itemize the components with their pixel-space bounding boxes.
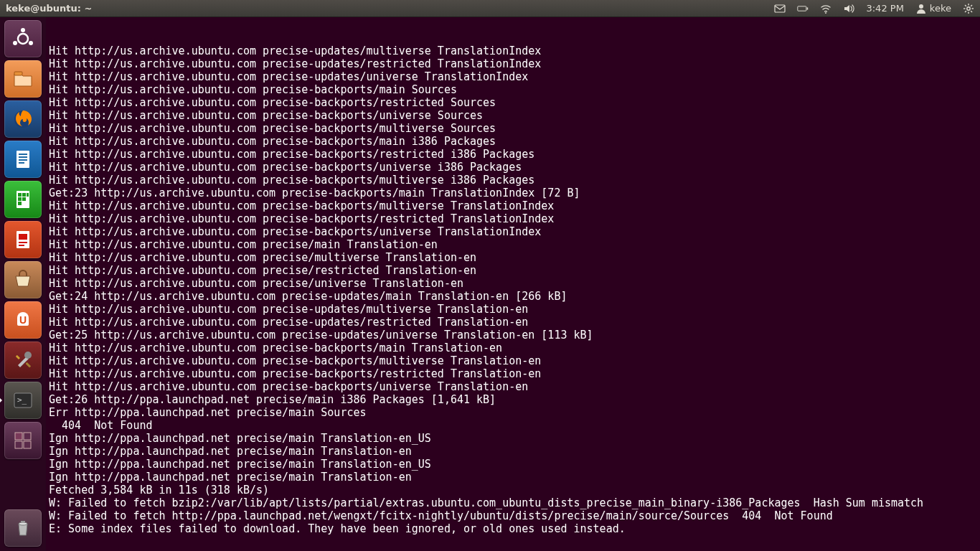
svg-rect-29	[18, 197, 22, 201]
svg-point-3	[825, 12, 826, 14]
terminal-line: Hit http://us.archive.ubuntu.com precise…	[49, 354, 977, 367]
terminal-line: Hit http://us.archive.ubuntu.com precise…	[49, 380, 977, 393]
terminal-line: Hit http://us.archive.ubuntu.com precise…	[49, 303, 977, 316]
svg-point-14	[18, 34, 28, 44]
sound-indicator-icon[interactable]	[843, 3, 854, 14]
launcher-dash[interactable]	[4, 20, 42, 57]
terminal-line: Hit http://us.archive.ubuntu.com precise…	[49, 251, 977, 264]
launcher-trash[interactable]	[4, 509, 42, 547]
launcher-workspace-switcher[interactable]	[4, 422, 42, 459]
launcher-terminal[interactable]: >_	[4, 382, 42, 419]
top-panel: keke@ubuntu: ~ 3:42 PM keke	[0, 0, 980, 17]
launcher-calc[interactable]	[4, 181, 42, 218]
terminal-line: W: Failed to fetch http://ppa.launchpad.…	[49, 509, 977, 522]
terminal-line: Hit http://us.archive.ubuntu.com precise…	[49, 238, 977, 251]
terminal-output[interactable]: Hit http://us.archive.ubuntu.com precise…	[46, 17, 980, 551]
terminal-line: Hit http://us.archive.ubuntu.com precise…	[49, 122, 977, 135]
terminal-line: Err http://ppa.launchpad.net precise/mai…	[49, 406, 977, 419]
terminal-line: Hit http://us.archive.ubuntu.com precise…	[49, 44, 977, 57]
terminal-line: Hit http://us.archive.ubuntu.com precise…	[49, 199, 977, 212]
terminal-line: Ign http://ppa.launchpad.net precise/mai…	[49, 432, 977, 445]
terminal-line: Hit http://us.archive.ubuntu.com precise…	[49, 83, 977, 96]
svg-rect-30	[22, 197, 26, 201]
terminal-line: Fetched 3,584 kB in 11s (318 kB/s)	[49, 484, 977, 496]
terminal-lines: Hit http://us.archive.ubuntu.com precise…	[49, 44, 977, 535]
terminal-line: Hit http://us.archive.ubuntu.com precise…	[49, 96, 977, 109]
svg-point-15	[21, 28, 25, 32]
svg-text:U: U	[19, 314, 27, 326]
svg-rect-22	[19, 156, 27, 158]
svg-rect-27	[22, 193, 26, 197]
terminal-line: 404 Not Found	[49, 419, 977, 432]
svg-rect-38	[25, 362, 31, 368]
svg-rect-41	[15, 433, 22, 440]
launcher-ubuntu-one[interactable]: U	[4, 301, 42, 339]
terminal-line: Ign http://ppa.launchpad.net precise/mai…	[49, 445, 977, 458]
launcher-settings[interactable]	[4, 342, 42, 379]
mail-indicator-icon[interactable]	[774, 3, 786, 14]
launcher-software-center[interactable]	[4, 261, 42, 298]
svg-rect-1	[798, 6, 806, 10]
svg-rect-42	[24, 433, 31, 440]
svg-rect-43	[15, 441, 22, 448]
svg-rect-35	[19, 245, 24, 246]
terminal-line: Get:25 http://us.archive.ubuntu.com prec…	[49, 329, 977, 342]
svg-point-37	[24, 352, 32, 359]
svg-point-17	[29, 41, 33, 45]
launcher-impress[interactable]	[4, 221, 42, 258]
battery-indicator-icon[interactable]	[797, 3, 809, 14]
svg-rect-31	[18, 202, 22, 205]
svg-rect-21	[19, 154, 27, 155]
terminal-line: Ign http://ppa.launchpad.net precise/mai…	[49, 458, 977, 471]
svg-rect-28	[27, 193, 29, 197]
terminal-line: Hit http://us.archive.ubuntu.com precise…	[49, 212, 977, 225]
unity-launcher: U >_	[0, 17, 46, 551]
terminal-line: Hit http://us.archive.ubuntu.com precise…	[49, 264, 977, 277]
svg-rect-23	[19, 159, 27, 161]
session-user-label: keke	[930, 3, 951, 14]
terminal-line: Get:24 http://us.archive.ubuntu.com prec…	[49, 290, 977, 303]
terminal-line: Ign http://ppa.launchpad.net precise/mai…	[49, 471, 977, 484]
terminal-line: Hit http://us.archive.ubuntu.com precise…	[49, 148, 977, 161]
svg-line-12	[965, 11, 966, 12]
terminal-line: Hit http://us.archive.ubuntu.com precise…	[49, 57, 977, 70]
launcher-writer[interactable]	[4, 141, 42, 178]
svg-rect-0	[775, 5, 785, 12]
terminal-line: Hit http://us.archive.ubuntu.com precise…	[49, 367, 977, 380]
launcher-files[interactable]	[4, 60, 42, 98]
terminal-line: Get:26 http://ppa.launchpad.net precise/…	[49, 393, 977, 406]
clock-indicator[interactable]: 3:42 PM	[866, 3, 903, 14]
terminal-line: Get:23 http://us.archive.ubuntu.com prec…	[49, 187, 977, 199]
svg-rect-24	[19, 162, 24, 164]
svg-point-45	[19, 522, 27, 525]
terminal-line: Hit http://us.archive.ubuntu.com precise…	[49, 135, 977, 148]
terminal-line: W: Failed to fetch bzip2:/var/lib/apt/li…	[49, 496, 977, 509]
svg-rect-44	[24, 441, 31, 448]
svg-line-13	[971, 5, 972, 6]
launcher-firefox[interactable]	[4, 100, 42, 138]
terminal-line: Hit http://us.archive.ubuntu.com precise…	[49, 109, 977, 122]
svg-rect-33	[19, 234, 27, 240]
svg-line-10	[965, 5, 966, 6]
terminal-line: Hit http://us.archive.ubuntu.com precise…	[49, 342, 977, 354]
svg-rect-18	[14, 72, 22, 75]
terminal-line: Hit http://us.archive.ubuntu.com precise…	[49, 277, 977, 290]
window-title: keke@ubuntu: ~	[6, 3, 92, 14]
svg-rect-46	[21, 521, 25, 522]
terminal-line: Hit http://us.archive.ubuntu.com precise…	[49, 70, 977, 83]
svg-rect-2	[807, 7, 809, 9]
svg-point-5	[967, 6, 970, 9]
session-indicator[interactable]: keke	[915, 3, 951, 14]
svg-point-16	[13, 41, 17, 45]
system-cog-icon[interactable]	[963, 3, 974, 14]
svg-rect-26	[18, 193, 22, 197]
terminal-line: Hit http://us.archive.ubuntu.com precise…	[49, 225, 977, 238]
terminal-line: Hit http://us.archive.ubuntu.com precise…	[49, 174, 977, 187]
network-indicator-icon[interactable]	[820, 3, 831, 14]
terminal-line: Hit http://us.archive.ubuntu.com precise…	[49, 316, 977, 329]
svg-line-11	[971, 11, 972, 12]
terminal-line: E: Some index files failed to download. …	[49, 522, 977, 535]
terminal-line: Hit http://us.archive.ubuntu.com precise…	[49, 161, 977, 174]
svg-text:>_: >_	[17, 395, 27, 405]
svg-rect-34	[19, 242, 27, 243]
